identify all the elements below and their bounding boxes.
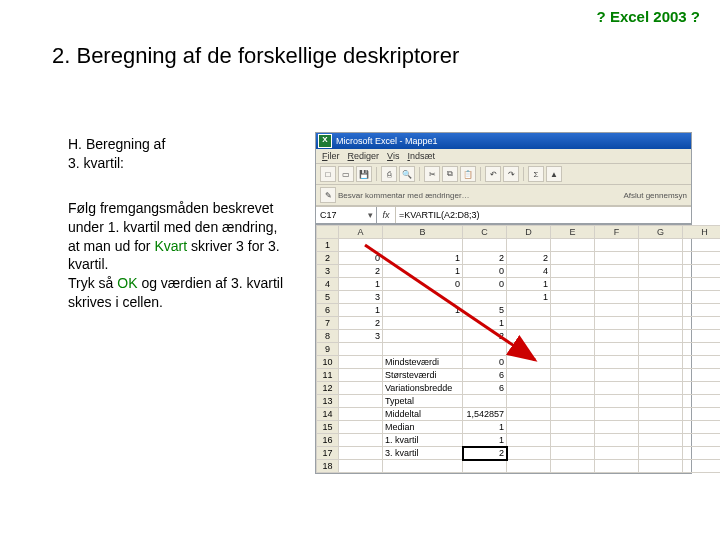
cell-label[interactable]: 3. kvartil (383, 447, 463, 460)
cell[interactable] (383, 317, 463, 330)
cell[interactable] (551, 304, 595, 317)
cell[interactable] (595, 434, 639, 447)
cell[interactable] (595, 252, 639, 265)
cell[interactable] (683, 330, 721, 343)
name-box[interactable]: C17 ▾ (316, 207, 377, 223)
cell[interactable]: 1 (463, 317, 507, 330)
cell[interactable] (595, 265, 639, 278)
cell[interactable]: 4 (507, 265, 551, 278)
select-all-corner[interactable] (317, 226, 339, 239)
row-header[interactable]: 6 (317, 304, 339, 317)
cell[interactable] (595, 369, 639, 382)
cell[interactable] (639, 434, 683, 447)
cell[interactable] (683, 252, 721, 265)
cell[interactable] (639, 252, 683, 265)
cell[interactable] (551, 447, 595, 460)
cell[interactable] (339, 434, 383, 447)
cell[interactable] (339, 447, 383, 460)
cell[interactable]: 1 (507, 278, 551, 291)
cell-label[interactable]: Variationsbredde (383, 382, 463, 395)
cell[interactable] (339, 460, 383, 473)
cell[interactable] (339, 343, 383, 356)
cell[interactable] (639, 239, 683, 252)
row-header[interactable]: 11 (317, 369, 339, 382)
cell-label[interactable] (383, 460, 463, 473)
cell[interactable] (683, 434, 721, 447)
cell[interactable] (639, 304, 683, 317)
fx-icon[interactable]: fx (377, 207, 396, 223)
cell[interactable] (507, 343, 551, 356)
cell[interactable] (639, 317, 683, 330)
col-D[interactable]: D (507, 226, 551, 239)
cell[interactable] (595, 278, 639, 291)
new-icon[interactable]: □ (320, 166, 336, 182)
copy-icon[interactable]: ⧉ (442, 166, 458, 182)
cell-label[interactable]: Mindsteværdi (383, 356, 463, 369)
row-header[interactable]: 1 (317, 239, 339, 252)
cell[interactable] (551, 252, 595, 265)
row-header[interactable]: 8 (317, 330, 339, 343)
cell[interactable] (507, 317, 551, 330)
cell[interactable] (683, 408, 721, 421)
undo-icon[interactable]: ↶ (485, 166, 501, 182)
cell[interactable]: 0 (463, 265, 507, 278)
row-header[interactable]: 12 (317, 382, 339, 395)
cell[interactable] (551, 291, 595, 304)
cell-value[interactable] (463, 460, 507, 473)
cell[interactable] (639, 330, 683, 343)
cell[interactable]: 1 (339, 278, 383, 291)
cell[interactable] (683, 343, 721, 356)
cell[interactable] (551, 421, 595, 434)
cell[interactable] (683, 460, 721, 473)
cell[interactable] (551, 395, 595, 408)
cell[interactable] (639, 421, 683, 434)
cell[interactable] (595, 382, 639, 395)
formula-input[interactable]: =KVARTIL(A2:D8;3) (396, 207, 691, 223)
cell[interactable] (339, 239, 383, 252)
cell[interactable] (595, 356, 639, 369)
cell[interactable] (339, 382, 383, 395)
cell-label[interactable]: Størsteværdi (383, 369, 463, 382)
cell[interactable] (683, 317, 721, 330)
col-B[interactable]: B (383, 226, 463, 239)
paste-icon[interactable]: 📋 (460, 166, 476, 182)
col-C[interactable]: C (463, 226, 507, 239)
cell[interactable] (339, 395, 383, 408)
row-header[interactable]: 14 (317, 408, 339, 421)
cell[interactable] (507, 447, 551, 460)
row-header[interactable]: 18 (317, 460, 339, 473)
cell-value[interactable]: 0 (463, 356, 507, 369)
col-E[interactable]: E (551, 226, 595, 239)
row-header[interactable]: 16 (317, 434, 339, 447)
cell[interactable] (339, 369, 383, 382)
sort-asc-icon[interactable]: ▲ (546, 166, 562, 182)
row-header[interactable]: 4 (317, 278, 339, 291)
row-header[interactable]: 7 (317, 317, 339, 330)
cell[interactable]: 2 (339, 265, 383, 278)
row-header[interactable]: 17 (317, 447, 339, 460)
cell[interactable] (639, 382, 683, 395)
cell[interactable] (595, 447, 639, 460)
cell-value[interactable]: 6 (463, 382, 507, 395)
cell[interactable] (683, 382, 721, 395)
cell[interactable] (383, 330, 463, 343)
cell[interactable] (595, 330, 639, 343)
cell[interactable] (339, 356, 383, 369)
cell[interactable] (507, 239, 551, 252)
cell[interactable]: 1 (383, 252, 463, 265)
cell[interactable] (595, 421, 639, 434)
cell[interactable] (683, 265, 721, 278)
cut-icon[interactable]: ✂ (424, 166, 440, 182)
cell-value[interactable]: 1 (463, 434, 507, 447)
cell-label[interactable]: Typetal (383, 395, 463, 408)
cell-value[interactable]: 1,542857 (463, 408, 507, 421)
cell[interactable] (595, 304, 639, 317)
menu-indsaet[interactable]: Indsæt (407, 151, 435, 161)
cell[interactable] (383, 291, 463, 304)
cell[interactable] (639, 265, 683, 278)
cell[interactable]: 1 (383, 265, 463, 278)
cell[interactable] (683, 304, 721, 317)
cell-label[interactable]: Median (383, 421, 463, 434)
cell[interactable] (683, 395, 721, 408)
print-icon[interactable]: ⎙ (381, 166, 397, 182)
